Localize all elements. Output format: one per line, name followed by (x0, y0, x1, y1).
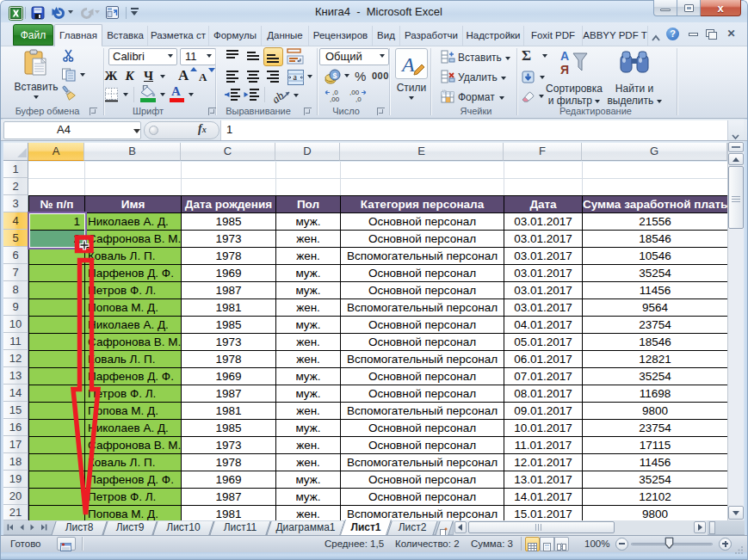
svg-text:,00: ,00 (330, 95, 340, 102)
svg-text:a: a (294, 72, 298, 82)
svg-text:Я: Я (560, 63, 569, 77)
svg-text:,0: ,0 (355, 95, 362, 102)
svg-text:$: $ (333, 71, 337, 80)
svg-text:А: А (560, 49, 569, 63)
svg-text:A: A (400, 53, 415, 76)
svg-text:ab: ab (273, 89, 287, 103)
